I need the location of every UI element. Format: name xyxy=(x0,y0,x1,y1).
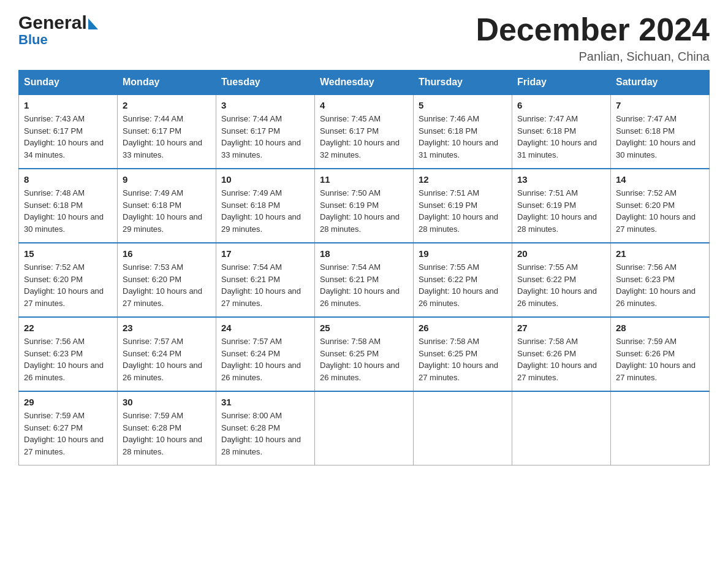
day-cell-21: 21 Sunrise: 7:56 AMSunset: 6:23 PMDaylig… xyxy=(611,243,710,317)
day-info: Sunrise: 7:49 AMSunset: 6:18 PMDaylight:… xyxy=(221,188,301,234)
day-number: 29 xyxy=(24,397,112,407)
week-row-3: 15 Sunrise: 7:52 AMSunset: 6:20 PMDaylig… xyxy=(19,243,710,317)
day-cell-29: 29 Sunrise: 7:59 AMSunset: 6:27 PMDaylig… xyxy=(19,391,118,465)
day-number: 28 xyxy=(616,323,704,333)
day-number: 26 xyxy=(419,323,507,333)
day-number: 3 xyxy=(221,100,309,110)
day-cell-16: 16 Sunrise: 7:53 AMSunset: 6:20 PMDaylig… xyxy=(118,243,216,317)
month-title: December 2024 xyxy=(476,12,710,47)
day-info: Sunrise: 8:00 AMSunset: 6:28 PMDaylight:… xyxy=(221,411,301,456)
logo: General Blue xyxy=(18,12,98,48)
day-info: Sunrise: 7:57 AMSunset: 6:24 PMDaylight:… xyxy=(123,337,202,382)
day-cell-30: 30 Sunrise: 7:59 AMSunset: 6:28 PMDaylig… xyxy=(118,391,216,465)
day-number: 11 xyxy=(320,174,408,185)
logo-arrow-icon xyxy=(88,18,98,29)
day-number: 5 xyxy=(419,100,507,110)
day-info: Sunrise: 7:59 AMSunset: 6:28 PMDaylight:… xyxy=(123,411,202,456)
day-number: 21 xyxy=(616,248,704,259)
day-cell-7: 7 Sunrise: 7:47 AMSunset: 6:18 PMDayligh… xyxy=(611,94,710,169)
day-cell-28: 28 Sunrise: 7:59 AMSunset: 6:26 PMDaylig… xyxy=(611,317,710,391)
day-cell-2: 2 Sunrise: 7:44 AMSunset: 6:17 PMDayligh… xyxy=(118,94,216,169)
day-number: 19 xyxy=(419,248,507,259)
empty-cell xyxy=(512,391,611,465)
day-info: Sunrise: 7:56 AMSunset: 6:23 PMDaylight:… xyxy=(24,337,104,382)
empty-cell xyxy=(611,391,710,465)
day-cell-3: 3 Sunrise: 7:44 AMSunset: 6:17 PMDayligh… xyxy=(216,94,315,169)
day-cell-22: 22 Sunrise: 7:56 AMSunset: 6:23 PMDaylig… xyxy=(19,317,118,391)
day-info: Sunrise: 7:51 AMSunset: 6:19 PMDaylight:… xyxy=(517,188,597,234)
day-number: 13 xyxy=(517,174,605,185)
day-cell-15: 15 Sunrise: 7:52 AMSunset: 6:20 PMDaylig… xyxy=(19,243,118,317)
day-info: Sunrise: 7:58 AMSunset: 6:26 PMDaylight:… xyxy=(517,337,597,382)
page-header: General Blue December 2024 Panlian, Sich… xyxy=(18,12,710,64)
day-cell-11: 11 Sunrise: 7:50 AMSunset: 6:19 PMDaylig… xyxy=(315,169,414,243)
day-info: Sunrise: 7:54 AMSunset: 6:21 PMDaylight:… xyxy=(320,262,400,308)
header-thursday: Thursday xyxy=(414,71,512,95)
day-cell-6: 6 Sunrise: 7:47 AMSunset: 6:18 PMDayligh… xyxy=(512,94,611,169)
day-info: Sunrise: 7:53 AMSunset: 6:20 PMDaylight:… xyxy=(123,262,202,308)
day-cell-12: 12 Sunrise: 7:51 AMSunset: 6:19 PMDaylig… xyxy=(414,169,512,243)
day-number: 2 xyxy=(123,100,211,110)
day-number: 7 xyxy=(616,100,704,110)
day-number: 31 xyxy=(221,397,309,407)
day-number: 16 xyxy=(123,248,211,259)
day-info: Sunrise: 7:50 AMSunset: 6:19 PMDaylight:… xyxy=(320,188,400,234)
day-cell-18: 18 Sunrise: 7:54 AMSunset: 6:21 PMDaylig… xyxy=(315,243,414,317)
day-info: Sunrise: 7:45 AMSunset: 6:17 PMDaylight:… xyxy=(320,114,400,159)
day-cell-27: 27 Sunrise: 7:58 AMSunset: 6:26 PMDaylig… xyxy=(512,317,611,391)
day-info: Sunrise: 7:52 AMSunset: 6:20 PMDaylight:… xyxy=(24,262,104,308)
week-row-1: 1 Sunrise: 7:43 AMSunset: 6:17 PMDayligh… xyxy=(19,94,710,169)
day-cell-10: 10 Sunrise: 7:49 AMSunset: 6:18 PMDaylig… xyxy=(216,169,315,243)
day-info: Sunrise: 7:54 AMSunset: 6:21 PMDaylight:… xyxy=(221,262,301,308)
day-cell-4: 4 Sunrise: 7:45 AMSunset: 6:17 PMDayligh… xyxy=(315,94,414,169)
day-number: 23 xyxy=(123,323,211,333)
empty-cell xyxy=(315,391,414,465)
day-number: 10 xyxy=(221,174,309,185)
day-number: 6 xyxy=(517,100,605,110)
day-number: 20 xyxy=(517,248,605,259)
day-number: 1 xyxy=(24,100,112,110)
header-wednesday: Wednesday xyxy=(315,71,414,95)
calendar-header: SundayMondayTuesdayWednesdayThursdayFrid… xyxy=(19,71,710,95)
day-number: 4 xyxy=(320,100,408,110)
day-info: Sunrise: 7:55 AMSunset: 6:22 PMDaylight:… xyxy=(419,262,498,308)
header-saturday: Saturday xyxy=(611,71,710,95)
week-row-5: 29 Sunrise: 7:59 AMSunset: 6:27 PMDaylig… xyxy=(19,391,710,465)
day-cell-9: 9 Sunrise: 7:49 AMSunset: 6:18 PMDayligh… xyxy=(118,169,216,243)
header-tuesday: Tuesday xyxy=(216,71,315,95)
location-subtitle: Panlian, Sichuan, China xyxy=(476,50,710,64)
day-number: 17 xyxy=(221,248,309,259)
day-cell-26: 26 Sunrise: 7:58 AMSunset: 6:25 PMDaylig… xyxy=(414,317,512,391)
day-cell-5: 5 Sunrise: 7:46 AMSunset: 6:18 PMDayligh… xyxy=(414,94,512,169)
day-info: Sunrise: 7:47 AMSunset: 6:18 PMDaylight:… xyxy=(517,114,597,159)
day-cell-17: 17 Sunrise: 7:54 AMSunset: 6:21 PMDaylig… xyxy=(216,243,315,317)
day-number: 18 xyxy=(320,248,408,259)
day-info: Sunrise: 7:58 AMSunset: 6:25 PMDaylight:… xyxy=(419,337,498,382)
calendar-table: SundayMondayTuesdayWednesdayThursdayFrid… xyxy=(18,70,710,465)
day-info: Sunrise: 7:59 AMSunset: 6:27 PMDaylight:… xyxy=(24,411,104,456)
day-number: 8 xyxy=(24,174,112,185)
week-row-4: 22 Sunrise: 7:56 AMSunset: 6:23 PMDaylig… xyxy=(19,317,710,391)
day-number: 15 xyxy=(24,248,112,259)
day-info: Sunrise: 7:43 AMSunset: 6:17 PMDaylight:… xyxy=(24,114,104,159)
day-info: Sunrise: 7:49 AMSunset: 6:18 PMDaylight:… xyxy=(123,188,202,234)
day-info: Sunrise: 7:44 AMSunset: 6:17 PMDaylight:… xyxy=(221,114,301,159)
day-cell-24: 24 Sunrise: 7:57 AMSunset: 6:24 PMDaylig… xyxy=(216,317,315,391)
day-cell-20: 20 Sunrise: 7:55 AMSunset: 6:22 PMDaylig… xyxy=(512,243,611,317)
day-cell-25: 25 Sunrise: 7:58 AMSunset: 6:25 PMDaylig… xyxy=(315,317,414,391)
day-info: Sunrise: 7:59 AMSunset: 6:26 PMDaylight:… xyxy=(616,337,696,382)
day-cell-31: 31 Sunrise: 8:00 AMSunset: 6:28 PMDaylig… xyxy=(216,391,315,465)
header-friday: Friday xyxy=(512,71,611,95)
day-number: 22 xyxy=(24,323,112,333)
day-info: Sunrise: 7:51 AMSunset: 6:19 PMDaylight:… xyxy=(419,188,498,234)
day-number: 12 xyxy=(419,174,507,185)
day-number: 30 xyxy=(123,397,211,407)
day-info: Sunrise: 7:48 AMSunset: 6:18 PMDaylight:… xyxy=(24,188,104,234)
day-info: Sunrise: 7:52 AMSunset: 6:20 PMDaylight:… xyxy=(616,188,696,234)
day-number: 25 xyxy=(320,323,408,333)
day-info: Sunrise: 7:47 AMSunset: 6:18 PMDaylight:… xyxy=(616,114,696,159)
week-row-2: 8 Sunrise: 7:48 AMSunset: 6:18 PMDayligh… xyxy=(19,169,710,243)
day-number: 24 xyxy=(221,323,309,333)
day-cell-1: 1 Sunrise: 7:43 AMSunset: 6:17 PMDayligh… xyxy=(19,94,118,169)
calendar-body: 1 Sunrise: 7:43 AMSunset: 6:17 PMDayligh… xyxy=(19,94,710,465)
